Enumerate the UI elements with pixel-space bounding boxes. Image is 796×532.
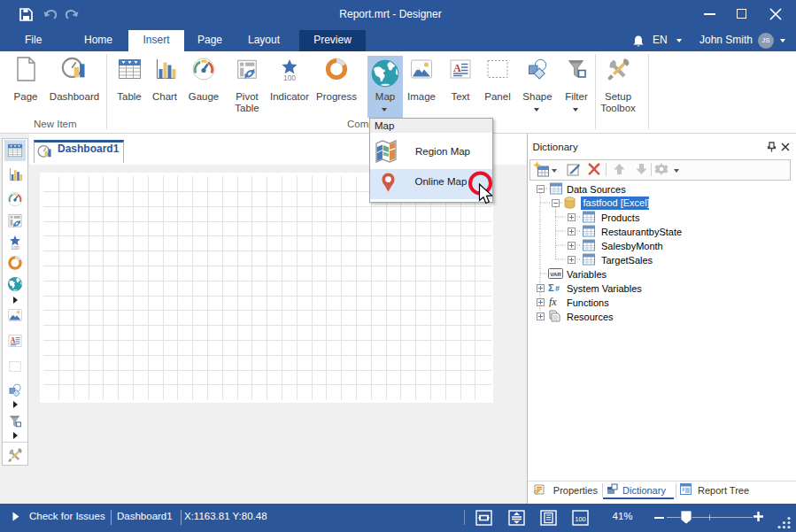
svg-text:fx: fx — [549, 296, 557, 307]
svg-text:#: # — [555, 284, 560, 293]
svg-text:100: 100 — [575, 515, 586, 523]
svg-text:VAR: VAR — [550, 271, 561, 277]
svg-text:Σ: Σ — [548, 282, 554, 293]
